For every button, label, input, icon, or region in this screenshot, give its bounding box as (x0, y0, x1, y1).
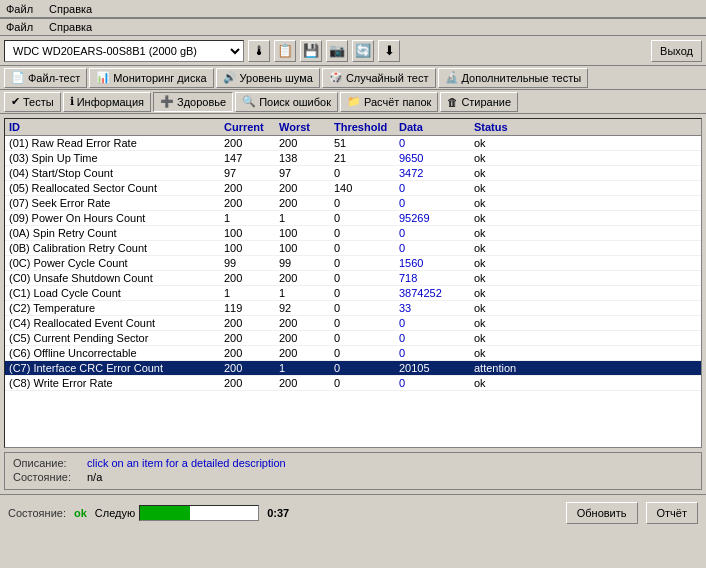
cell-status: ok (474, 272, 554, 284)
cell-id: (04) Start/Stop Count (9, 167, 224, 179)
smart-table: ID Current Worst Threshold Data Status (… (4, 118, 702, 448)
table-row[interactable]: (09) Power On Hours Count 1 1 0 95269 ok (5, 211, 701, 226)
table-row[interactable]: (01) Raw Read Error Rate 200 200 51 0 ok (5, 136, 701, 151)
tab-file-test[interactable]: 📄 Файл-тест (4, 68, 87, 88)
cell-id: (C2) Temperature (9, 302, 224, 314)
cell-current: 1 (224, 212, 279, 224)
cell-threshold: 0 (334, 212, 399, 224)
cell-status: attention (474, 362, 554, 374)
menu-file[interactable]: Файл (4, 3, 35, 15)
tab-tests[interactable]: ✔ Тесты (4, 92, 61, 112)
tests-icon: ✔ (11, 95, 20, 108)
cell-worst: 99 (279, 257, 334, 269)
table-row[interactable]: (C1) Load Cycle Count 1 1 0 3874252 ok (5, 286, 701, 301)
temp-btn[interactable]: 🌡 (248, 40, 270, 62)
cell-threshold: 0 (334, 242, 399, 254)
col-data[interactable]: Data (399, 121, 474, 133)
save-btn[interactable]: 💾 (300, 40, 322, 62)
table-row[interactable]: (03) Spin Up Time 147 138 21 9650 ok (5, 151, 701, 166)
cell-current: 200 (224, 347, 279, 359)
random-test-icon: 🎲 (329, 71, 343, 84)
tab-extra-tests[interactable]: 🔬 Дополнительные тесты (438, 68, 589, 88)
table-row[interactable]: (0B) Calibration Retry Count 100 100 0 0… (5, 241, 701, 256)
download-btn[interactable]: ⬇ (378, 40, 400, 62)
col-current[interactable]: Current (224, 121, 279, 133)
menu-file-2[interactable]: Файл (4, 21, 35, 33)
cell-data: 3472 (399, 167, 474, 179)
tab-noise-level[interactable]: 🔊 Уровень шума (216, 68, 320, 88)
menu-help-2[interactable]: Справка (47, 21, 94, 33)
cell-threshold: 0 (334, 317, 399, 329)
erase-icon: 🗑 (447, 96, 458, 108)
cell-status: ok (474, 182, 554, 194)
table-row[interactable]: (04) Start/Stop Count 97 97 0 3472 ok (5, 166, 701, 181)
cell-current: 147 (224, 152, 279, 164)
exit-btn[interactable]: Выход (651, 40, 702, 62)
table-row[interactable]: (C7) Interface CRC Error Count 200 1 0 2… (5, 361, 701, 376)
cell-current: 1 (224, 287, 279, 299)
tab-folder-count[interactable]: 📁 Расчёт папок (340, 92, 438, 112)
cell-worst: 200 (279, 272, 334, 284)
cell-id: (C1) Load Cycle Count (9, 287, 224, 299)
refresh-btn[interactable]: 🔄 (352, 40, 374, 62)
col-status[interactable]: Status (474, 121, 554, 133)
cell-status: ok (474, 257, 554, 269)
cell-current: 100 (224, 227, 279, 239)
drive-select[interactable]: WDC WD20EARS-00S8B1 (2000 gB) (4, 40, 244, 62)
update-btn[interactable]: Обновить (566, 502, 638, 524)
cell-data: 3874252 (399, 287, 474, 299)
copy-btn[interactable]: 📋 (274, 40, 296, 62)
tab-error-search[interactable]: 🔍 Поиск ошибок (235, 92, 338, 112)
cell-data: 0 (399, 137, 474, 149)
cell-status: ok (474, 287, 554, 299)
tab-health[interactable]: ➕ Здоровье (153, 92, 233, 112)
cell-status: ok (474, 332, 554, 344)
cell-data: 718 (399, 272, 474, 284)
col-id[interactable]: ID (9, 121, 224, 133)
cell-status: ok (474, 347, 554, 359)
table-row[interactable]: (0A) Spin Retry Count 100 100 0 0 ok (5, 226, 701, 241)
disk-monitor-icon: 📊 (96, 71, 110, 84)
report-btn[interactable]: Отчёт (646, 502, 698, 524)
cell-data: 0 (399, 377, 474, 389)
progress-container: Следую 0:37 (95, 505, 558, 521)
cell-status: ok (474, 317, 554, 329)
status-state-label: Состояние: (8, 507, 66, 519)
status-bar: Состояние: ok Следую 0:37 Обновить Отчёт (0, 494, 706, 530)
table-row[interactable]: (C5) Current Pending Sector 200 200 0 0 … (5, 331, 701, 346)
cell-current: 200 (224, 197, 279, 209)
cell-threshold: 21 (334, 152, 399, 164)
table-row[interactable]: (C8) Write Error Rate 200 200 0 0 ok (5, 376, 701, 391)
tab-erase[interactable]: 🗑 Стирание (440, 92, 518, 112)
cell-threshold: 0 (334, 377, 399, 389)
cell-worst: 200 (279, 197, 334, 209)
toolbar: WDC WD20EARS-00S8B1 (2000 gB) 🌡 📋 💾 📷 🔄 … (0, 36, 706, 66)
tab-info[interactable]: ℹ Информация (63, 92, 151, 112)
cell-threshold: 0 (334, 272, 399, 284)
col-threshold[interactable]: Threshold (334, 121, 399, 133)
health-icon: ➕ (160, 95, 174, 108)
cell-id: (C4) Reallocated Event Count (9, 317, 224, 329)
table-row[interactable]: (C0) Unsafe Shutdown Count 200 200 0 718… (5, 271, 701, 286)
cell-id: (C5) Current Pending Sector (9, 332, 224, 344)
menu-help[interactable]: Справка (47, 3, 94, 15)
tab-random-test[interactable]: 🎲 Случайный тест (322, 68, 436, 88)
col-worst[interactable]: Worst (279, 121, 334, 133)
table-row[interactable]: (07) Seek Error Rate 200 200 0 0 ok (5, 196, 701, 211)
table-row[interactable]: (C2) Temperature 119 92 0 33 ok (5, 301, 701, 316)
table-row[interactable]: (05) Reallocated Sector Count 200 200 14… (5, 181, 701, 196)
cell-worst: 100 (279, 227, 334, 239)
cell-id: (09) Power On Hours Count (9, 212, 224, 224)
cell-id: (0B) Calibration Retry Count (9, 242, 224, 254)
cell-status: ok (474, 227, 554, 239)
cell-data: 9650 (399, 152, 474, 164)
screenshot-btn[interactable]: 📷 (326, 40, 348, 62)
status-state-value: ok (74, 507, 87, 519)
tab-disk-monitor[interactable]: 📊 Мониторинг диска (89, 68, 213, 88)
table-row[interactable]: (0C) Power Cycle Count 99 99 0 1560 ok (5, 256, 701, 271)
cell-status: ok (474, 167, 554, 179)
table-row[interactable]: (C6) Offline Uncorrectable 200 200 0 0 o… (5, 346, 701, 361)
cell-worst: 97 (279, 167, 334, 179)
cell-current: 200 (224, 362, 279, 374)
table-row[interactable]: (C4) Reallocated Event Count 200 200 0 0… (5, 316, 701, 331)
